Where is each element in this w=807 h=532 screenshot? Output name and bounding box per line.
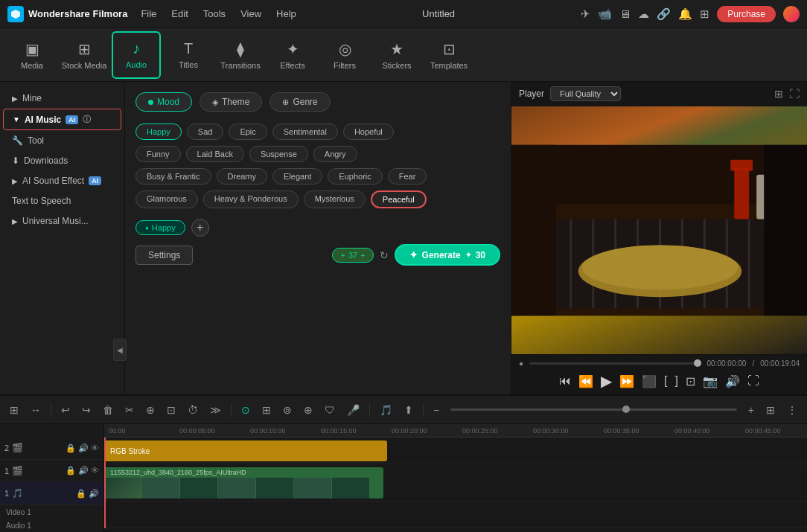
sequence-btn[interactable]: ⊙ [237,402,254,418]
grid-view-icon[interactable]: ⊞ [774,88,783,100]
export-btn[interactable]: ⬆ [401,402,417,418]
user-avatar[interactable] [783,6,800,22]
menu-tools[interactable]: Tools [203,8,226,19]
redo-btn[interactable]: ↪ [78,402,95,418]
step-back-button[interactable]: ⏪ [578,374,593,388]
scene-btn[interactable]: ⊞ [6,402,22,418]
record-tl-btn[interactable]: ⊚ [279,402,296,418]
toolbar-templates[interactable]: ⊡ Templates [424,31,473,79]
add-tag-button[interactable]: + [191,219,209,237]
sidebar-item-downloads[interactable]: ⬇ Downloads [3,151,121,170]
settings-button[interactable]: Settings [135,246,193,265]
mark-in-button[interactable]: [ [664,374,667,388]
zoom-slider[interactable] [450,408,737,411]
crop-btn[interactable]: ⊡ [163,402,179,418]
track1-lock-btn[interactable]: 🔒 [66,466,76,475]
tag-funny[interactable]: Funny [135,146,181,162]
sidebar-collapse-btn[interactable]: ◀ [113,339,125,361]
record-icon[interactable]: 📹 [598,7,612,21]
track2-lock-btn[interactable]: 🔒 [66,443,76,453]
toolbar-stickers[interactable]: ★ Stickers [372,31,421,79]
audio1-volume-btn[interactable]: 🔊 [89,489,99,499]
progress-bar[interactable] [529,362,701,365]
quality-select[interactable]: Full Quality Half Quality [550,86,621,101]
clip-rgb-stroke[interactable]: RGB Stroke [104,440,387,461]
purchase-button[interactable]: Purchase [717,6,776,22]
tag-busy-frantic[interactable]: Busy & Frantic [135,168,211,185]
toolbar-effects[interactable]: ✦ Effects [268,31,317,79]
track2-eye-btn[interactable]: 👁 [91,443,99,453]
sidebar-item-universal[interactable]: ▶ Universal Musi... [3,211,121,231]
delete-btn[interactable]: 🗑 [99,402,117,418]
sidebar-item-mine[interactable]: ▶ Mine [3,89,121,108]
ai-clip-btn[interactable]: ⊕ [300,402,316,418]
tag-epic[interactable]: Epic [229,124,267,140]
mark-out-button[interactable]: ] [675,374,678,388]
tag-heavy-ponderous[interactable]: Heavy & Ponderous [203,190,299,208]
track1-eye-btn[interactable]: 👁 [91,466,99,475]
share-icon[interactable]: 🔗 [657,7,671,21]
tag-glamorous[interactable]: Glamorous [135,190,198,208]
render-button[interactable]: ⊡ [686,374,695,388]
tag-peaceful[interactable]: Peaceful [371,190,427,208]
layout-btn[interactable]: ⊞ [762,402,779,418]
info-icon[interactable]: ⓘ [83,114,91,125]
copy-btn[interactable]: ⊕ [142,402,159,418]
tab-genre[interactable]: ⊕ Genre [269,92,330,112]
step-forward-button[interactable]: ⏩ [619,374,634,388]
toolbar-stock-media[interactable]: ⊞ Stock Media [60,31,109,79]
sidebar-item-ai-sound[interactable]: ▶ AI Sound Effect AI [3,171,121,190]
mic-btn[interactable]: 🎤 [343,402,363,418]
tab-theme[interactable]: ◈ Theme [200,92,262,112]
grid-icon[interactable]: ⊞ [700,7,709,21]
zoom-in-btn[interactable]: + [744,402,758,418]
send-icon[interactable]: ✈ [581,7,590,21]
refresh-icon[interactable]: ↻ [380,249,389,261]
selected-tag-chip-happy[interactable]: ● Happy [135,220,185,235]
tag-suspense[interactable]: Suspense [249,146,308,162]
cut-btn[interactable]: ✂ [121,402,138,418]
bell-icon[interactable]: 🔔 [678,7,692,21]
fullscreen-button[interactable]: ⛶ [747,374,759,388]
tag-hopeful[interactable]: Hopeful [343,124,394,140]
tag-euphoric[interactable]: Euphoric [328,168,382,185]
ripple-btn[interactable]: ↔ [27,402,45,418]
fullscreen-icon[interactable]: ⛶ [789,88,800,100]
tab-mood[interactable]: Mood [135,92,192,112]
tag-happy[interactable]: Happy [135,124,182,140]
toolbar-filters[interactable]: ◎ Filters [320,31,369,79]
tag-angry[interactable]: Angry [313,146,357,162]
sidebar-item-tts[interactable]: Text to Speech [3,191,121,211]
track1-volume-btn[interactable]: 🔊 [78,466,89,475]
menu-edit[interactable]: Edit [171,8,188,19]
toolbar-transitions[interactable]: ⧫ Transitions [216,31,265,79]
tag-dreamy[interactable]: Dreamy [217,168,268,185]
track2-volume-btn[interactable]: 🔊 [78,443,89,453]
shield-btn[interactable]: 🛡 [321,402,339,418]
tag-sad[interactable]: Sad [187,124,224,140]
toolbar-titles[interactable]: T Titles [164,31,213,79]
tag-elegant[interactable]: Elegant [272,168,322,185]
tag-laid-back[interactable]: Laid Back [186,146,244,162]
zoom-out-btn[interactable]: − [430,402,443,418]
speed-btn[interactable]: ⏱ [184,402,202,418]
cloud-icon[interactable]: ☁ [638,7,649,21]
more-btn[interactable]: ≫ [206,402,225,418]
tag-fear[interactable]: Fear [388,168,427,185]
audio-tl-btn[interactable]: 🎵 [376,402,396,418]
square-button[interactable]: ⬛ [642,374,657,388]
tag-mysterious[interactable]: Mysterious [304,190,366,208]
monitor-icon[interactable]: 🖥 [619,7,631,20]
volume-button[interactable]: 🔊 [725,374,740,388]
playhead[interactable] [104,438,106,528]
undo-btn[interactable]: ↩ [57,402,74,418]
menu-file[interactable]: File [141,8,156,19]
sidebar-item-tool[interactable]: 🔧 Tool [3,131,121,150]
rewind-button[interactable]: ⏮ [559,374,571,388]
play-button[interactable]: ▶ [601,372,612,390]
menu-view[interactable]: View [240,8,261,19]
clip-video-main[interactable]: 11553212_uhd_3840_2160_25fps_AIUltraHD [104,467,383,499]
snapshot-button[interactable]: 📷 [703,374,718,388]
generate-button[interactable]: ✦ Generate ✦ 30 [395,244,500,266]
menu-help[interactable]: Help [276,8,296,19]
